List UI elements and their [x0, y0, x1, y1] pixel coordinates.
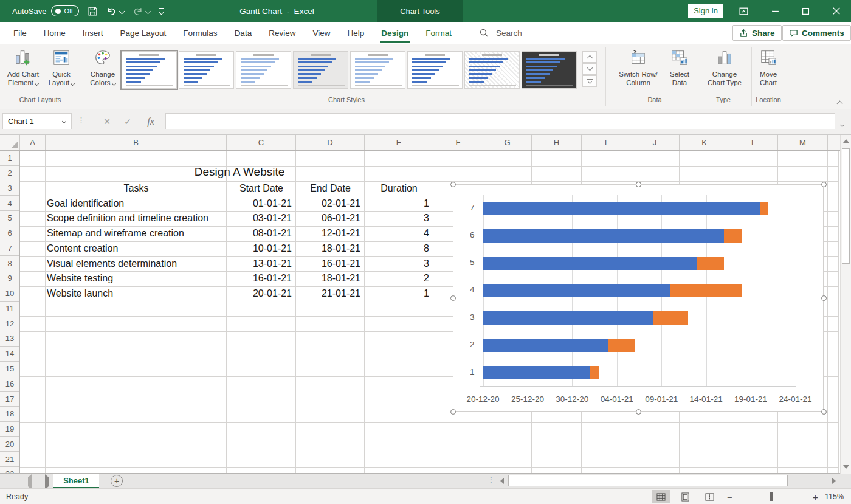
- undo-button[interactable]: [106, 6, 124, 16]
- gallery-scroll-down[interactable]: [582, 63, 597, 75]
- cell-start-date[interactable]: 10-01-21: [227, 241, 292, 257]
- autosave-pill[interactable]: Off: [51, 5, 79, 16]
- cell-end-date[interactable]: 02-01-21: [296, 196, 360, 211]
- select-all-corner[interactable]: [0, 135, 20, 150]
- enter-formula-icon[interactable]: ✓: [119, 113, 136, 129]
- gantt-bar-duration[interactable]: [724, 229, 742, 243]
- cell-start-date[interactable]: 13-01-21: [227, 256, 292, 271]
- gantt-bar-duration[interactable]: [670, 284, 742, 297]
- chart-selection-handle[interactable]: [821, 409, 827, 415]
- sheet-tab-sheet1[interactable]: Sheet1: [53, 474, 99, 488]
- autosave-toggle[interactable]: AutoSave Off: [12, 5, 79, 16]
- scroll-down-arrow[interactable]: [841, 461, 851, 473]
- gantt-bar-duration[interactable]: [608, 339, 635, 352]
- cancel-formula-icon[interactable]: ✕: [98, 113, 115, 129]
- cell-task[interactable]: Content creation: [47, 241, 227, 257]
- cell-header-tasks[interactable]: Tasks: [46, 181, 227, 196]
- share-button[interactable]: Share: [732, 25, 782, 41]
- search-box[interactable]: Search: [479, 22, 522, 44]
- chart-selection-handle[interactable]: [636, 409, 641, 415]
- cell-duration[interactable]: 3: [365, 211, 429, 226]
- zoom-slider-thumb[interactable]: [770, 492, 773, 501]
- tab-home[interactable]: Home: [35, 22, 74, 44]
- zoom-in-button[interactable]: +: [813, 489, 818, 504]
- vertical-scroll-thumb[interactable]: [842, 148, 850, 264]
- row-header-4[interactable]: 4: [0, 196, 19, 211]
- tab-data[interactable]: Data: [226, 22, 261, 44]
- gallery-more-button[interactable]: [582, 75, 597, 87]
- cell-task[interactable]: Sitemap and wireframe creation: [47, 226, 227, 241]
- tab-insert[interactable]: Insert: [74, 22, 112, 44]
- comments-button[interactable]: Comments: [782, 25, 851, 41]
- scroll-right-arrow[interactable]: [829, 476, 839, 486]
- row-header-3[interactable]: 3: [0, 181, 19, 196]
- cell-end-date[interactable]: 16-01-21: [296, 256, 360, 271]
- cell-task[interactable]: Scope definition and timeline creation: [47, 211, 227, 226]
- column-header-D[interactable]: D: [296, 135, 365, 150]
- tab-view[interactable]: View: [304, 22, 339, 44]
- gantt-bar-start[interactable]: [483, 257, 697, 270]
- chart-style-4[interactable]: [293, 51, 348, 89]
- gantt-bar-start[interactable]: [483, 229, 725, 243]
- cell-start-date[interactable]: 03-01-21: [227, 211, 292, 226]
- column-header-J[interactable]: J: [630, 135, 680, 150]
- save-icon[interactable]: [88, 6, 98, 16]
- chart-style-3[interactable]: [236, 51, 291, 89]
- cell-duration[interactable]: 8: [365, 241, 429, 257]
- cell-task[interactable]: Website testing: [47, 271, 227, 286]
- cell-start-date[interactable]: 16-01-21: [227, 271, 292, 286]
- chart-selection-handle[interactable]: [450, 295, 456, 301]
- row-header-22[interactable]: 22: [0, 467, 19, 473]
- cell-end-date[interactable]: 21-01-21: [296, 286, 360, 302]
- select-data-button[interactable]: SelectData: [664, 47, 695, 87]
- gantt-bar-start[interactable]: [483, 339, 608, 352]
- scroll-up-arrow[interactable]: [841, 135, 851, 147]
- chart-style-7[interactable]: [464, 51, 520, 89]
- name-box[interactable]: Chart 1: [2, 113, 72, 129]
- cell-b2-title[interactable]: Design A Website: [46, 165, 433, 180]
- row-header-20[interactable]: 20: [0, 437, 19, 452]
- normal-view-button[interactable]: [652, 490, 670, 503]
- row-header-17[interactable]: 17: [0, 392, 19, 407]
- gantt-chart[interactable]: 123456720-12-2025-12-2030-12-2004-01-210…: [453, 184, 824, 412]
- ribbon-display-options-icon[interactable]: [731, 0, 756, 22]
- row-header-18[interactable]: 18: [0, 407, 19, 422]
- row-header-15[interactable]: 15: [0, 362, 19, 377]
- minimize-button[interactable]: [763, 0, 787, 22]
- page-layout-view-button[interactable]: [676, 490, 694, 503]
- chart-selection-handle[interactable]: [821, 295, 827, 301]
- insert-function-icon[interactable]: fx: [142, 113, 159, 129]
- tab-format[interactable]: Format: [417, 22, 460, 44]
- gantt-bar-duration[interactable]: [760, 202, 769, 215]
- chart-style-6[interactable]: [407, 51, 463, 89]
- add-chart-element-button[interactable]: Add ChartElement: [4, 47, 43, 87]
- cell-task[interactable]: Goal identification: [47, 196, 227, 211]
- cell-end-date[interactable]: 18-01-21: [296, 241, 360, 257]
- row-header-1[interactable]: 1: [0, 151, 19, 166]
- tab-review[interactable]: Review: [260, 22, 304, 44]
- move-chart-button[interactable]: MoveChart: [753, 47, 784, 87]
- gantt-bar-start[interactable]: [483, 284, 670, 297]
- cell-end-date[interactable]: 12-01-21: [296, 226, 360, 241]
- cell-duration[interactable]: 3: [365, 256, 429, 271]
- column-header-A[interactable]: A: [20, 135, 46, 150]
- column-header-C[interactable]: C: [227, 135, 296, 150]
- column-header-I[interactable]: I: [582, 135, 630, 150]
- chart-selection-handle[interactable]: [450, 409, 456, 415]
- row-header-9[interactable]: 9: [0, 271, 19, 286]
- cell-duration[interactable]: 2: [365, 271, 429, 286]
- zoom-out-button[interactable]: −: [727, 489, 732, 504]
- gantt-bar-duration[interactable]: [653, 311, 689, 325]
- column-header-M[interactable]: M: [778, 135, 828, 150]
- row-header-14[interactable]: 14: [0, 347, 19, 362]
- quick-layout-button[interactable]: QuickLayout: [44, 47, 79, 87]
- row-header-16[interactable]: 16: [0, 376, 19, 392]
- horizontal-scrollbar[interactable]: [497, 475, 839, 487]
- sheet-nav-left-icon[interactable]: [28, 477, 32, 486]
- gantt-bar-start[interactable]: [483, 202, 760, 215]
- tab-scroll-splitter[interactable]: ⋮: [488, 475, 495, 484]
- row-header-12[interactable]: 12: [0, 316, 19, 331]
- cell-header-end-date[interactable]: End Date: [296, 181, 365, 196]
- row-header-6[interactable]: 6: [0, 226, 19, 241]
- switch-row-column-button[interactable]: Switch Row/Column: [613, 47, 664, 87]
